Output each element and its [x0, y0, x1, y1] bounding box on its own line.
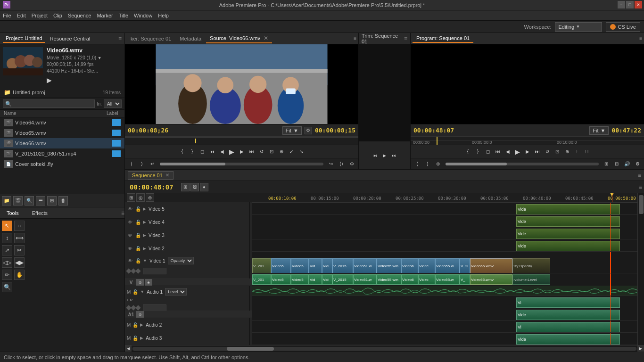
prog-mark-clip-button[interactable]: ◻: [483, 147, 493, 156]
metadata-tab[interactable]: Metadata: [176, 35, 205, 42]
maximize-button[interactable]: □: [626, 1, 634, 8]
sequence-tab[interactable]: Sequence 01 ✕: [128, 171, 173, 180]
source-video-tab[interactable]: Source: Video66.wmv ✕: [206, 34, 272, 43]
audio1-clip-9[interactable]: Video6: [401, 274, 418, 285]
track-expand-video5[interactable]: ▶: [143, 206, 146, 211]
program-monitor-tab[interactable]: Program: Sequence 01: [413, 34, 473, 43]
menu-edit[interactable]: Edit: [17, 13, 26, 18]
video1-clip-6[interactable]: V_2015: [332, 258, 353, 273]
video1-clip-12[interactable]: V_2i: [460, 258, 470, 273]
vertical-scroll-thumb[interactable]: [639, 195, 644, 214]
track-expand-video2[interactable]: ▶: [143, 246, 146, 251]
track-mute-audio3[interactable]: M: [127, 336, 131, 341]
cs-live-button[interactable]: CS Live: [606, 22, 640, 32]
source-extra-btn1[interactable]: ⟨: [127, 159, 136, 169]
video1-clip-7[interactable]: Video51.w: [353, 258, 377, 273]
source-extra-btn2[interactable]: ⟩: [137, 159, 147, 169]
track-expand-video3[interactable]: ▶: [143, 233, 146, 238]
close-source-tab-icon[interactable]: ✕: [264, 35, 268, 41]
icon-view-button[interactable]: ⊞: [47, 196, 57, 206]
video4-clip[interactable]: Vide: [516, 216, 620, 227]
source-extra-btn6[interactable]: ⚙: [347, 159, 356, 169]
audio1-clip-6[interactable]: V_2015: [332, 274, 353, 285]
keyframe-next-icon[interactable]: [135, 268, 140, 273]
rate-stretch-tool[interactable]: ↗: [2, 245, 12, 255]
prog-extra-btn5[interactable]: ⊟: [612, 159, 621, 169]
menu-marker[interactable]: Marker: [97, 13, 113, 18]
video1-clip-11[interactable]: Video55.w: [435, 258, 460, 273]
resource-central-tab[interactable]: Resource Central: [47, 35, 93, 42]
track-eye-video1[interactable]: 👁: [127, 257, 133, 264]
menu-window[interactable]: Window: [134, 13, 152, 18]
source-insert-button[interactable]: ↙: [287, 147, 296, 156]
close-button[interactable]: ✕: [635, 1, 642, 8]
video1-clip-8[interactable]: Video55.wm: [377, 258, 401, 273]
sync-lock-video[interactable]: ⊙: [136, 279, 144, 286]
source-loop-button[interactable]: ↺: [257, 147, 266, 156]
video5-clip[interactable]: Vide: [516, 204, 620, 214]
audio1-clip-11[interactable]: Video55.w: [435, 274, 460, 285]
source-extra-btn3[interactable]: ↩: [148, 159, 157, 169]
hand-tool[interactable]: ✋: [14, 270, 25, 280]
razor-tool[interactable]: ✂: [14, 245, 25, 255]
source-extra-btn4[interactable]: ↪: [326, 159, 336, 169]
prog-extra-btn4[interactable]: ⊞: [602, 159, 611, 169]
ripple-edit-tool[interactable]: ↕: [2, 233, 12, 243]
track-mute-audio1[interactable]: M: [127, 289, 131, 295]
prog-safe-margins-button[interactable]: ⊡: [553, 147, 562, 156]
track-expand-audio2[interactable]: ▶: [140, 322, 143, 327]
track-lock-video1[interactable]: 🔓: [135, 257, 141, 264]
audio1-clip-8[interactable]: Video55.wm: [377, 274, 401, 285]
video2-clip[interactable]: Vide: [516, 241, 620, 251]
slip-tool[interactable]: ◁▷: [2, 257, 12, 268]
file-type-dropdown-icon[interactable]: ▼: [98, 56, 102, 60]
video1-keyframe-select[interactable]: Opacity: [168, 257, 194, 264]
program-zoom-slider[interactable]: [446, 163, 599, 165]
effects-tab[interactable]: Effects: [25, 208, 54, 218]
menu-sequence[interactable]: Sequence: [68, 13, 91, 18]
audio3-clip[interactable]: Vide: [516, 310, 620, 320]
track-expand-video4[interactable]: ▶: [143, 220, 146, 224]
source-fit-select[interactable]: Fit▼: [282, 126, 302, 135]
audio1-keyframe-select[interactable]: Level: [165, 288, 187, 296]
audio1-clip-3[interactable]: Video5: [291, 274, 309, 285]
sequence-tab[interactable]: ker: Sequence 01: [127, 35, 175, 42]
project-search-input[interactable]: [3, 99, 95, 108]
track-eye-video3[interactable]: 👁: [127, 232, 133, 239]
track-lock-video3[interactable]: 🔓: [135, 232, 141, 239]
menu-help[interactable]: Help: [158, 13, 169, 18]
add-track-icon[interactable]: ⊕: [146, 193, 154, 202]
track-lock-video4[interactable]: 🔓: [135, 219, 141, 225]
source-mark-out-button[interactable]: }: [188, 147, 197, 156]
audio2-clip[interactable]: Vi: [516, 297, 620, 308]
source-zoom-slider[interactable]: [160, 163, 323, 165]
list-view-button[interactable]: ☰: [36, 196, 45, 206]
track-expand-video1[interactable]: ▼: [143, 258, 147, 263]
prog-step-fwd-button[interactable]: ▶: [523, 147, 532, 156]
audio1-clip-4[interactable]: Vid: [309, 274, 322, 285]
track-options-video[interactable]: ◈: [145, 279, 152, 286]
trim-prev-button[interactable]: ⏮: [371, 151, 380, 160]
pen-tool[interactable]: ✏: [2, 270, 12, 280]
menu-file[interactable]: File: [3, 13, 11, 18]
track-select-tool[interactable]: ↔: [14, 221, 25, 231]
track-lock-audio2[interactable]: 🔓: [132, 321, 139, 328]
selection-tool[interactable]: ↖: [2, 221, 12, 231]
list-item[interactable]: 🎬 V_20151020_080751.mp4: [0, 148, 124, 159]
video1-clip-3[interactable]: Video5: [291, 258, 309, 273]
source-output-button[interactable]: ⊕: [277, 147, 286, 156]
scroll-thumb[interactable]: [227, 347, 274, 351]
video1-clip-10[interactable]: Videc: [418, 258, 435, 273]
new-item-button[interactable]: 🎬: [13, 196, 23, 206]
timeline-panel-menu-icon[interactable]: ≡: [638, 172, 641, 179]
prog-extra-btn6[interactable]: 🔊: [622, 159, 632, 169]
track-options-icon[interactable]: ⊞: [127, 193, 135, 202]
search-button[interactable]: 🔍: [25, 196, 34, 206]
video1-clip-4[interactable]: Vid: [309, 258, 322, 273]
program-fit-select[interactable]: Fit▼: [589, 126, 609, 135]
audio-kf-slider[interactable]: [143, 304, 166, 311]
prog-mark-out-button[interactable]: }: [473, 147, 483, 156]
prog-extra-btn1[interactable]: ⟨: [413, 159, 422, 169]
prog-mark-in-button[interactable]: {: [463, 147, 473, 156]
zoom-tool[interactable]: 🔍: [2, 282, 12, 292]
